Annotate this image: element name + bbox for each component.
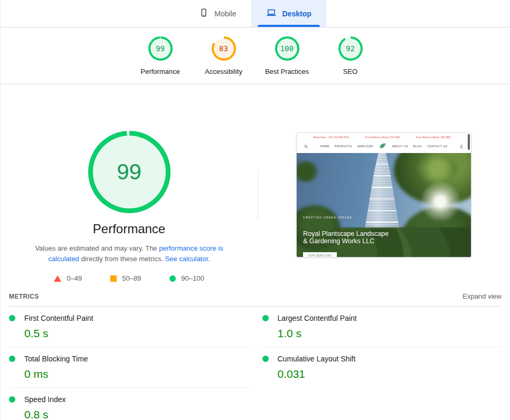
preview-hero-eyebrow: CREATING GREEN SPACES [303, 216, 352, 219]
pagespeed-report: Mobile Desktop 99 Performance 83 Accessi… [0, 0, 510, 420]
preview-logo-leaf-icon [379, 142, 387, 150]
category-scores-row: 99 Performance 83 Accessibility 100 Best… [1, 27, 510, 84]
good-metric-dot-icon [262, 315, 269, 321]
metrics-grid: First Contentful Paint 0.5 s Largest Con… [9, 307, 502, 420]
preview-delivery-text-1: Free Delivery Above 150 AED [365, 136, 400, 139]
good-metric-dot-icon [262, 356, 269, 362]
metric-speed-index: Speed Index 0.8 s [9, 388, 249, 420]
performance-score-value: 99 [150, 39, 171, 59]
legend-good-range: 90–100 [181, 274, 204, 282]
preview-services-button: OUR SERVICES [303, 252, 337, 257]
preview-hero-title: Royal Plantscape Landscape & Gardening W… [303, 230, 390, 246]
performance-heading: Performance [93, 222, 165, 236]
metric-value: 1.0 s [278, 327, 502, 340]
preview-nav-blog: BLOG [413, 145, 422, 148]
preview-search-icon [304, 141, 308, 151]
site-preview-panel: Book Now - +971 54 645 4471 Free Deliver… [258, 84, 510, 285]
metric-value: 0.5 s [24, 327, 249, 340]
metric-value: 0.8 s [24, 408, 249, 420]
accessibility-score-value: 83 [214, 39, 234, 59]
good-metric-dot-icon [9, 315, 15, 321]
good-metric-dot-icon [9, 356, 15, 362]
performance-score-label: Performance [140, 68, 180, 75]
desktop-laptop-icon [266, 7, 277, 20]
metric-total-blocking-time: Total Blocking Time 0 ms [9, 347, 249, 388]
score-item-seo[interactable]: 92 SEO [322, 36, 380, 84]
legend-fail-range: 0–49 [67, 274, 82, 282]
legend-good: 90–100 [169, 274, 204, 282]
preview-nav-products: PRODUCTS [335, 145, 352, 148]
best-practices-score-value: 100 [277, 39, 297, 59]
legend-average: 50–89 [110, 274, 141, 282]
good-circle-icon [169, 275, 176, 282]
preview-announcement-bar: Book Now - +971 54 645 4471 Free Deliver… [297, 133, 471, 139]
fail-triangle-icon [54, 275, 61, 282]
best-practices-score-gauge: 100 [275, 36, 299, 61]
metric-largest-contentful-paint: Largest Contentful Paint 1.0 s [262, 307, 502, 347]
metrics-section: METRICS Expand view First Contentful Pai… [1, 292, 510, 420]
performance-score-gauge: 99 [148, 36, 173, 61]
performance-big-gauge: 99 [88, 131, 171, 213]
seo-score-gauge: 92 [338, 36, 363, 61]
site-screenshot-thumbnail[interactable]: Book Now - +971 54 645 4471 Free Deliver… [296, 132, 471, 257]
score-disclaimer: Values are estimated and may vary. The p… [20, 243, 239, 264]
preview-account-icon [459, 141, 464, 151]
metric-first-contentful-paint: First Contentful Paint 0.5 s [9, 307, 249, 347]
metric-name: Cumulative Layout Shift [278, 355, 356, 363]
performance-summary: 99 Performance Values are estimated and … [1, 84, 510, 285]
legend-fail: 0–49 [54, 274, 82, 282]
preview-scrollbar [468, 134, 470, 150]
metric-name: Largest Contentful Paint [278, 314, 357, 322]
device-tabs: Mobile Desktop [1, 0, 510, 27]
metrics-header: METRICS Expand view [9, 292, 502, 307]
performance-big-score: 99 [93, 136, 166, 208]
preview-nav-contact: CONTACT US [427, 145, 447, 148]
score-item-performance[interactable]: 99 Performance [131, 36, 190, 84]
score-legend: 0–49 50–89 90–100 [54, 274, 204, 282]
mobile-phone-icon [199, 8, 209, 19]
good-metric-dot-icon [9, 396, 15, 403]
disclaimer-text-mid: directly from these metrics. [79, 255, 165, 263]
preview-hero-image: CREATING GREEN SPACES Royal Plantscape L… [297, 153, 471, 257]
disclaimer-text: Values are estimated and may vary. The [35, 244, 159, 252]
seo-score-value: 92 [341, 39, 361, 59]
performance-gauge-panel: 99 Performance Values are estimated and … [1, 84, 258, 285]
metrics-title: METRICS [9, 293, 39, 300]
tab-mobile[interactable]: Mobile [184, 0, 251, 27]
metric-name: Speed Index [24, 395, 66, 404]
best-practices-score-label: Best Practices [265, 68, 309, 75]
preview-nav-links: HOME PRODUCTS SERVICES ABOUT US BLOG CON… [320, 142, 448, 150]
average-square-icon [110, 275, 117, 282]
preview-navbar: HOME PRODUCTS SERVICES ABOUT US BLOG CON… [297, 139, 471, 153]
score-item-accessibility[interactable]: 83 Accessibility [195, 36, 253, 84]
legend-average-range: 50–89 [122, 274, 141, 282]
tab-desktop[interactable]: Desktop [251, 0, 326, 27]
see-calculator-link[interactable]: See calculator. [165, 255, 210, 263]
tab-mobile-label: Mobile [214, 9, 236, 18]
preview-nav-services: SERVICES [357, 145, 373, 148]
preview-book-now-text: Book Now - +971 54 645 4471 [314, 136, 350, 139]
metric-value: 0 ms [24, 368, 249, 380]
accessibility-score-gauge: 83 [212, 36, 236, 61]
column-divider [258, 170, 258, 221]
tab-desktop-label: Desktop [282, 9, 311, 18]
accessibility-score-label: Accessibility [205, 68, 242, 75]
metric-value: 0.031 [278, 368, 502, 380]
expand-view-button[interactable]: Expand view [462, 292, 502, 300]
seo-score-label: SEO [343, 68, 357, 75]
sun-glare-graphic [417, 178, 464, 225]
metric-name: First Contentful Paint [24, 314, 93, 322]
tree-foliage-top-left [297, 160, 319, 183]
preview-nav-home: HOME [320, 145, 329, 148]
preview-delivery-text-2: Free Delivery Above 150 AED [416, 136, 451, 139]
metric-cumulative-layout-shift: Cumulative Layout Shift 0.031 [262, 347, 502, 388]
metric-name: Total Blocking Time [24, 355, 88, 363]
preview-nav-about: ABOUT US [392, 145, 408, 148]
score-item-best-practices[interactable]: 100 Best Practices [258, 36, 316, 84]
